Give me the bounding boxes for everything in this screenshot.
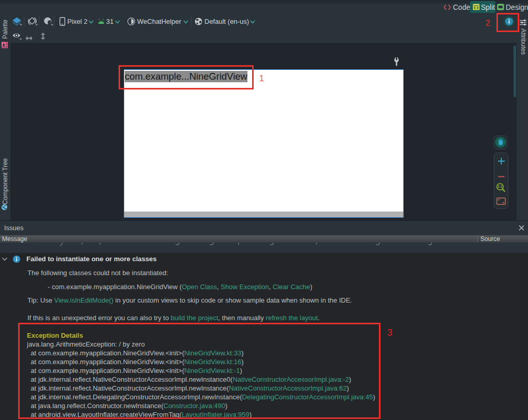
svg-text:1:1: 1:1 [497, 185, 503, 188]
